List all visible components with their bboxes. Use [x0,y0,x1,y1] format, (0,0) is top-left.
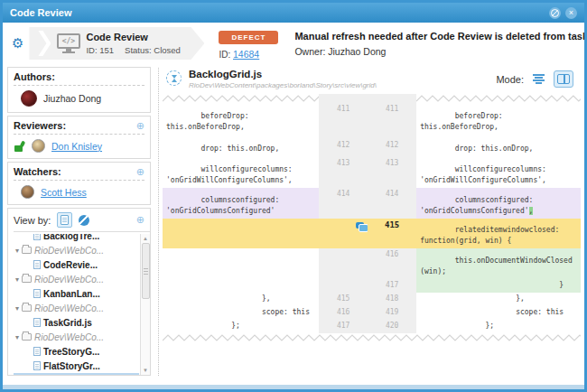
tree-item[interactable]: ▾ RioDev\WebCo... [14,301,139,315]
folder-expander-icon[interactable]: ▾ [15,304,19,313]
diff-file-name: BacklogGrid.js [189,69,377,79]
folder-expander-icon[interactable]: ▾ [15,275,19,284]
tree-item-label: RioDev\WebCo... [34,332,104,342]
tree-item[interactable]: ▾ TreeStoryG... [14,344,139,359]
file-icon [33,318,41,327]
comment-bubble-icon[interactable] [356,222,364,229]
defect-id-link[interactable]: 14684 [233,49,259,60]
watcher-name-link[interactable]: Scott Hess [41,187,87,198]
diff-right-lineno: 416 [368,248,416,279]
tree-item-label: TreeStoryG... [43,347,99,357]
tree-item-label: CodeRevie... [43,260,98,270]
diff-left-lineno [319,248,368,279]
tree-item[interactable]: ▾ BacklogGri... [14,373,139,375]
item-type-label: Code Review [86,32,180,42]
folder-icon [22,304,32,312]
diff-file-header: BacklogGrid.js RioDev\WebContent\package… [163,66,581,94]
diff-right-lineno: 411 [368,103,416,139]
authors-section: Authors: Jiuzhao Dong [7,67,151,113]
changeset-view-icon[interactable] [79,215,89,226]
diff-left-code: }; [163,320,319,333]
diff-left-lineno [319,279,368,293]
diff-right-lineno: 412 [368,139,416,157]
avatar [21,90,37,107]
file-icon [33,289,41,298]
diff-left-code: }, [163,293,319,306]
tree-item[interactable]: ▾ RioDev\WebCo... [14,330,139,344]
item-id: ID: 151 [86,45,114,55]
scroll-up-icon[interactable]: ▲ [143,234,148,243]
tree-item[interactable]: ▾ BacklogTre... [14,234,139,243]
diff-right-code: } [416,279,581,293]
scroll-down-icon[interactable]: ▼ [143,366,148,375]
defect-summary: Manual refresh needed after Code Review … [294,31,577,42]
gear-icon[interactable]: ⚙ [12,35,23,51]
file-icon [33,234,41,240]
tree-item-label: RioDev\WebCo... [34,303,104,313]
watchers-label: Watchers: [14,166,61,177]
diff-left-code [163,219,319,248]
folder-icon [22,275,32,283]
tree-item[interactable]: ▾ TaskGrid.js [14,315,139,330]
pending-hourglass-icon [166,70,182,86]
close-icon[interactable]: × [565,7,577,19]
sidebar: Authors: Jiuzhao Dong Reviewers: ⊕ Don K… [3,64,153,379]
diff-right-code: this.onDocumentWindowClosed (win); [416,248,581,279]
diff-right-lineno: 420 [368,320,416,333]
author-name: Jiuzhao Dong [43,93,101,104]
diff-right-lineno: 418 [368,293,416,306]
tree-item[interactable]: ▾ CodeRevie... [14,257,139,272]
tree-scrollbar[interactable]: ▲ ▼ [140,234,150,375]
file-icon [33,260,41,269]
watchers-section: Watchers: ⊕ Scott Hess [7,162,151,205]
file-icon [33,347,41,356]
defect-badge: DEFECT [219,31,278,44]
diff-panel: BacklogGrid.js RioDev\WebContent\package… [159,64,584,379]
reviewer-row: Don Knisley [14,135,144,154]
reviewer-name-link[interactable]: Don Knisley [51,141,102,152]
scrollbar-thumb[interactable] [142,243,150,299]
diff-left-code: willconfigurecolumns: 'onGridWillConfigu… [163,157,319,188]
side-by-side-mode-icon[interactable] [554,70,573,88]
diff-right-code: willconfigurecolumns: 'onGridWillConfigu… [416,157,581,188]
diff-left-code: beforeDrop: this.onBeforeDrop, [163,103,319,139]
diff-left-lineno: 414 [319,188,368,219]
folder-expander-icon[interactable]: ▾ [15,247,19,255]
add-reviewer-icon[interactable]: ⊕ [136,121,144,131]
tree-item[interactable]: ▾ RioDev\WebCo... [14,243,139,257]
reviewers-section: Reviewers: ⊕ Don Knisley [7,116,151,159]
diff-right-lineno: 415 [368,219,416,248]
tree-item[interactable]: ▾ FlatStoryGr... [14,359,139,373]
tree-item[interactable]: ▾ KanbanLan... [14,286,139,301]
watcher-row: Scott Hess [14,181,144,200]
diff-right-lineno: 413 [368,157,416,188]
disable-icon[interactable] [549,7,561,19]
folder-icon [22,247,32,254]
reviewers-label: Reviewers: [14,120,66,131]
file-tree: ▾ BacklogTre... ▾ RioDev\WebCo... ▾ Code… [14,234,150,375]
item-status: Status: Closed [125,45,181,55]
folder-expander-icon[interactable]: ▾ [15,333,19,341]
collapsed-region-top [163,94,319,103]
tree-item-label: TaskGrid.js [43,318,92,328]
tree-item-label: FlatStoryGr... [43,361,100,371]
diff-right-code: }; [416,320,581,333]
add-file-icon[interactable]: ⊕ [136,215,144,225]
file-view-toggle-icon[interactable] [57,212,72,228]
add-watcher-icon[interactable]: ⊕ [136,167,144,177]
diff-right-code: drop: this.onDrop, [416,139,581,157]
tree-item[interactable]: ▾ RioDev\WebCo... [14,272,139,286]
diff-right-code: relateditemwindowclosed: function(grid, … [416,219,581,248]
diff-right-lineno: 414 [368,188,416,219]
mode-label: Mode: [496,74,524,85]
title-bar: Code Review × [3,3,584,23]
diff-left-lineno: 415 [319,293,368,306]
window-title: Code Review [10,7,71,18]
diff-right-code: scope: this [416,306,581,320]
diff-left-code: columnsconfigured: 'onGridColumnsConfigu… [163,188,319,219]
item-banner: </> Code Review ID: 151 Status: Closed [29,27,204,60]
collapsed-region-bottom [163,333,581,342]
diff-right-code: beforeDrop: this.onBeforeDrop, [416,103,581,139]
unified-mode-icon[interactable] [531,72,546,86]
view-by-section: View by: ⊕ ▾ BacklogTre... ▾ RioDev\WebC… [7,208,151,376]
